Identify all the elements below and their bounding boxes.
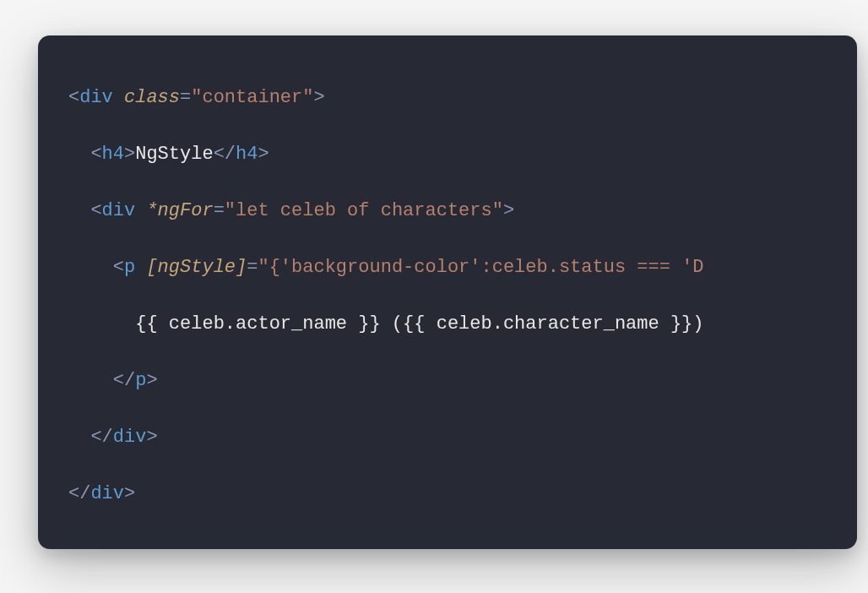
code-line-7: </div> <box>68 427 158 448</box>
bracket: < <box>113 257 124 278</box>
code-line-6: </p> <box>68 370 158 391</box>
code-content: <div class="container"> <h4>NgStyle</h4>… <box>68 69 857 522</box>
code-line-2: <h4>NgStyle</h4> <box>68 144 269 165</box>
indent <box>68 257 113 278</box>
tag-h4: h4 <box>236 144 258 165</box>
code-line-4: <p [ngStyle]="{'background-color':celeb.… <box>68 257 704 278</box>
bracket: > <box>124 144 135 165</box>
indent <box>68 144 90 165</box>
code-line-3: <div *ngFor="let celeb of characters"> <box>68 200 514 221</box>
bracket: < <box>90 144 101 165</box>
attr-class: class <box>124 87 180 108</box>
string-ngstyle: "{'background-color':celeb.status === 'D <box>258 257 703 278</box>
code-block: <div class="container"> <h4>NgStyle</h4>… <box>38 35 857 549</box>
equals: = <box>180 87 191 108</box>
bracket: < <box>68 87 79 108</box>
tag-div: div <box>113 427 147 448</box>
bracket: </ <box>113 370 135 391</box>
attr-ngfor: *ngFor <box>146 200 213 221</box>
tag-div: div <box>102 200 136 221</box>
indent <box>68 200 90 221</box>
indent <box>68 313 135 335</box>
indent <box>68 370 113 391</box>
bracket: > <box>258 144 269 165</box>
code-line-1: <div class="container"> <box>68 87 325 108</box>
string-container: "container" <box>191 87 313 108</box>
tag-div: div <box>79 87 113 108</box>
bracket: > <box>124 483 135 504</box>
string-ngfor: "let celeb of characters" <box>225 200 503 221</box>
tag-p: p <box>124 257 135 278</box>
bracket: </ <box>90 427 112 448</box>
bracket: > <box>313 87 324 108</box>
equals: = <box>247 257 258 278</box>
indent <box>68 427 90 448</box>
bracket: > <box>146 370 157 391</box>
text-ngstyle: NgStyle <box>135 144 213 165</box>
code-line-8: </div> <box>68 483 135 504</box>
tag-h4: h4 <box>102 144 124 165</box>
code-line-5: {{ celeb.actor_name }} ({{ celeb.charact… <box>68 313 704 335</box>
bracket: > <box>503 200 514 221</box>
bracket: </ <box>214 144 236 165</box>
attr-ngstyle: [ngStyle] <box>146 257 247 278</box>
bracket: </ <box>68 483 90 504</box>
equals: = <box>214 200 225 221</box>
text-interpolation: {{ celeb.actor_name }} ({{ celeb.charact… <box>135 313 703 335</box>
tag-div: div <box>90 483 124 504</box>
bracket: < <box>90 200 101 221</box>
tag-p: p <box>135 370 146 391</box>
bracket: > <box>146 427 157 448</box>
